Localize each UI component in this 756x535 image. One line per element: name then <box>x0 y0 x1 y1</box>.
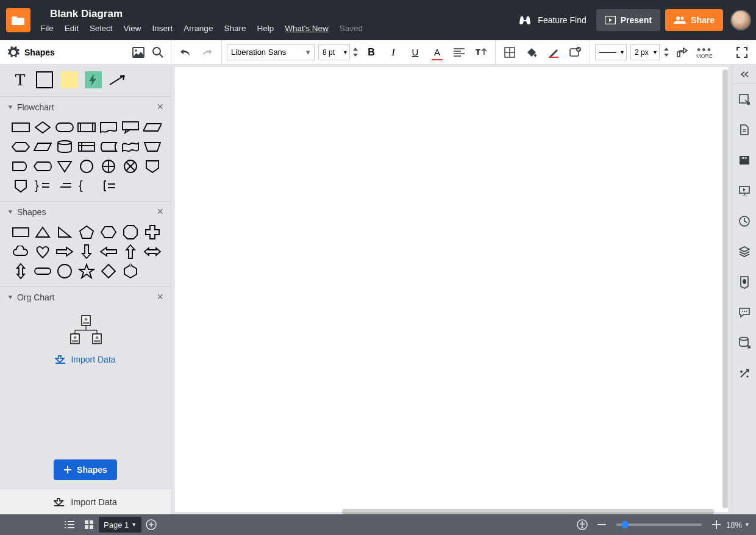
gear-icon[interactable] <box>7 46 20 58</box>
shape-brace-right[interactable]: } <box>33 178 52 194</box>
close-icon[interactable]: × <box>157 205 163 218</box>
zoom-slider[interactable] <box>616 523 702 526</box>
underline-button[interactable]: U <box>406 43 424 62</box>
app-logo[interactable] <box>6 8 30 32</box>
section-flowchart-header[interactable]: ▼ Flowchart × <box>0 97 171 117</box>
menu-select[interactable]: Select <box>90 24 113 33</box>
text-color-button[interactable]: A <box>428 43 446 62</box>
action-tool[interactable] <box>83 69 104 90</box>
rail-data-icon[interactable] <box>732 328 757 358</box>
document-title[interactable]: Blank Diagram <box>50 8 363 20</box>
zoom-in-button[interactable] <box>707 514 726 535</box>
rail-history-icon[interactable] <box>732 206 757 236</box>
shape-bracket[interactable] <box>99 178 118 194</box>
feature-find[interactable]: Feature Find <box>518 15 586 25</box>
orgchart-preview[interactable] <box>0 307 171 351</box>
line-color-button[interactable] <box>544 43 563 62</box>
fullscreen-button[interactable] <box>733 43 751 62</box>
shape-cross[interactable] <box>143 224 162 240</box>
shape-internal-storage[interactable] <box>77 139 96 155</box>
shape-arrow-left[interactable] <box>99 244 118 260</box>
undo-button[interactable] <box>176 43 194 62</box>
more-button[interactable]: ••• MORE <box>696 46 713 59</box>
menu-share[interactable]: Share <box>224 24 246 33</box>
layout-grid-button[interactable] <box>501 43 519 62</box>
shape-note[interactable] <box>55 178 74 194</box>
shape-pentagon[interactable] <box>77 224 96 240</box>
shape-connector[interactable] <box>77 158 96 174</box>
rail-theme-icon[interactable] <box>732 267 757 297</box>
text-direction-button[interactable]: T <box>472 43 490 62</box>
shape-or[interactable] <box>121 158 140 174</box>
shape-manual-op[interactable] <box>143 139 162 155</box>
menu-whats-new[interactable]: What's New <box>285 24 329 33</box>
shape-diamond[interactable] <box>99 263 118 279</box>
grid-view-button[interactable] <box>79 514 99 535</box>
import-data-bar[interactable]: Import Data <box>0 489 171 514</box>
shape-callout[interactable] <box>121 119 140 135</box>
fill-button[interactable] <box>522 43 541 62</box>
share-button[interactable]: Share <box>665 9 723 31</box>
image-icon[interactable] <box>129 43 148 62</box>
rail-layers-icon[interactable] <box>732 236 757 267</box>
add-shapes-button[interactable]: Shapes <box>54 459 117 480</box>
font-size-select[interactable]: 8 pt <box>318 44 350 60</box>
shape-pill[interactable] <box>33 263 52 279</box>
shape-arrow-right[interactable] <box>55 244 74 260</box>
shape-hexagon2[interactable] <box>99 224 118 240</box>
shape-arrow-down[interactable] <box>77 244 96 260</box>
user-avatar[interactable] <box>730 10 751 30</box>
rail-quote-icon[interactable]: "" <box>732 145 757 175</box>
shape-document[interactable] <box>99 119 118 135</box>
shape-data[interactable] <box>143 119 162 135</box>
shape-merge[interactable] <box>55 158 74 174</box>
shape-heart[interactable] <box>33 244 52 260</box>
shape-rectangle[interactable] <box>11 224 30 240</box>
zoom-out-button[interactable] <box>592 514 612 535</box>
shape-database[interactable] <box>55 139 74 155</box>
shape-stored[interactable] <box>99 139 118 155</box>
menu-view[interactable]: View <box>124 24 141 33</box>
line-style-select[interactable] <box>595 44 627 60</box>
shape-circle[interactable] <box>55 263 74 279</box>
shape-cloud[interactable] <box>11 244 30 260</box>
menu-help[interactable]: Help <box>257 24 274 33</box>
canvas[interactable] <box>175 67 728 512</box>
section-orgchart-header[interactable]: ▼ Org Chart × <box>0 287 171 307</box>
shape-right-triangle[interactable] <box>55 224 74 240</box>
shape-options-button[interactable] <box>566 43 585 62</box>
shape-triangle[interactable] <box>33 224 52 240</box>
shape-brace-left[interactable]: { <box>77 178 96 194</box>
size-up[interactable] <box>352 47 358 52</box>
width-up[interactable] <box>663 47 669 52</box>
rect-tool[interactable] <box>34 69 55 90</box>
menu-edit[interactable]: Edit <box>65 24 79 33</box>
shape-display[interactable] <box>33 158 52 174</box>
shape-predefined[interactable] <box>77 119 96 135</box>
rail-presentation-icon[interactable] <box>732 175 757 206</box>
page-tab[interactable]: Page 1 ▼ <box>99 517 141 533</box>
shape-offpage[interactable] <box>143 158 162 174</box>
rail-document-icon[interactable] <box>732 115 757 145</box>
shape-delay[interactable] <box>11 158 30 174</box>
menu-insert[interactable]: Insert <box>152 24 173 33</box>
present-button[interactable]: Present <box>596 9 660 31</box>
redo-button[interactable] <box>198 43 216 62</box>
add-page-button[interactable] <box>141 514 161 535</box>
rail-magic-icon[interactable] <box>732 358 757 389</box>
line-width-select[interactable]: 2 px <box>630 44 660 60</box>
shape-arrow-up[interactable] <box>121 244 140 260</box>
close-icon[interactable]: × <box>157 291 163 303</box>
align-button[interactable] <box>450 43 468 62</box>
menu-file[interactable]: File <box>40 24 54 33</box>
menu-arrange[interactable]: Arrange <box>184 24 213 33</box>
note-tool[interactable] <box>59 69 79 90</box>
vertical-scrollbar[interactable] <box>722 69 728 508</box>
shape-star[interactable] <box>77 263 96 279</box>
shape-parallelogram[interactable] <box>33 139 52 155</box>
shape-octagon[interactable] <box>121 224 140 240</box>
italic-button[interactable]: I <box>384 43 402 62</box>
rail-comments-icon[interactable] <box>732 297 757 328</box>
shape-off-connector[interactable] <box>11 178 30 194</box>
shape-arrow-lr[interactable] <box>143 244 162 260</box>
